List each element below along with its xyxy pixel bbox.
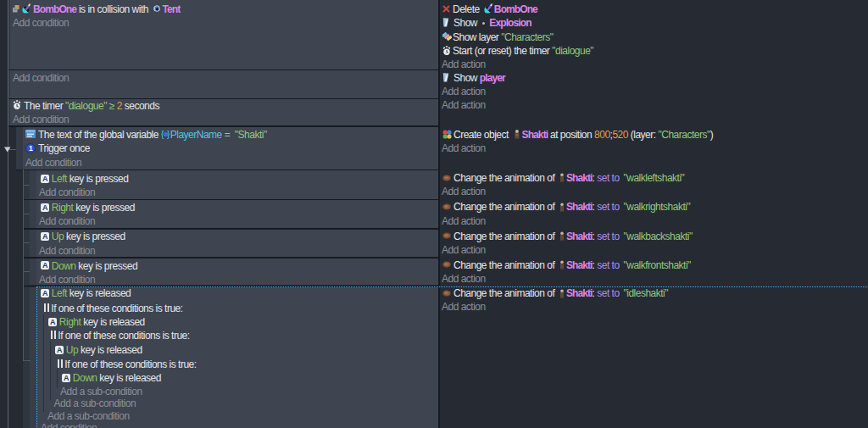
svg-text:}: } xyxy=(167,130,170,139)
